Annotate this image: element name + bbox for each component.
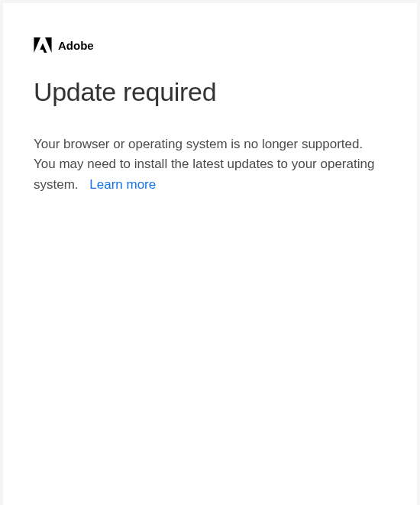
- brand-name: Adobe: [58, 39, 94, 52]
- message-text: Your browser or operating system is no l…: [34, 137, 374, 192]
- learn-more-link[interactable]: Learn more: [89, 177, 156, 192]
- message-paragraph: Your browser or operating system is no l…: [34, 134, 386, 195]
- main-panel: Adobe Update required Your browser or op…: [3, 3, 417, 505]
- page-title: Update required: [34, 77, 386, 107]
- brand-row: Adobe: [34, 37, 386, 53]
- adobe-logo-icon: [34, 37, 52, 53]
